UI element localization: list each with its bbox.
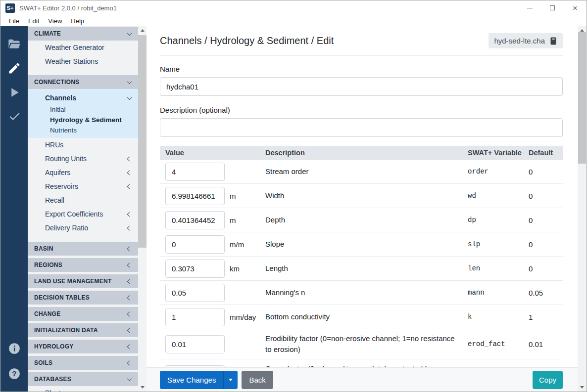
sidebar-section-decision-tables[interactable]: DECISION TABLES [28,291,138,305]
col-header-value: Value [160,149,265,157]
window-title: SWAT+ Editor 2.0.0 / robit_demo1 [19,4,117,12]
sidebar-item-plants[interactable]: Plants [28,386,138,392]
row-description: Width [265,187,468,204]
value-input-slp[interactable] [165,235,225,254]
value-input-mann[interactable] [165,284,225,302]
close-button[interactable]: × [564,0,587,15]
value-input-order[interactable] [165,163,225,181]
sidebar-section-regions[interactable]: REGIONS [28,258,138,272]
file-badge-label: hyd-sed-lte.cha [494,37,545,45]
sidebar-item-weather-generator[interactable]: Weather Generator [28,41,138,54]
sidebar-section-connections[interactable]: CONNECTIONS [28,75,138,89]
chevron-left-icon [127,262,132,267]
info-button[interactable] [0,338,28,359]
menu-file[interactable]: File [4,15,24,26]
scroll-down-arrow[interactable] [138,383,147,392]
row-variable: mann [468,289,529,297]
chevron-left-icon [127,279,132,284]
table-row: Stream order order 0 [160,160,563,184]
sidebar-item-reservoirs[interactable]: Reservoirs [28,179,138,193]
edit-inputs-button[interactable] [0,57,28,79]
open-project-button[interactable] [0,33,28,55]
sidebar-section-change[interactable]: CHANGE [28,307,138,321]
sidebar-item-hrus[interactable]: HRUs [28,138,138,152]
scroll-up-arrow[interactable] [138,26,147,35]
name-input[interactable] [160,77,563,96]
table-row: Manning's n mann 0.05 [160,281,563,305]
chevron-left-icon [127,360,132,365]
chevron-left-icon [127,344,132,349]
row-description: Bottom conductivity [265,308,468,325]
row-variable: wd [468,192,529,200]
unit-label: km [230,264,240,273]
value-input-dp[interactable] [165,211,225,229]
check-output-button[interactable] [0,106,28,128]
minimize-button[interactable] [518,0,541,15]
value-input-erod-fact[interactable] [165,335,225,353]
main-scrollbar[interactable] [578,26,587,392]
maximize-button[interactable] [541,0,564,15]
row-variable: k [468,313,529,321]
col-header-description: Description [265,149,468,157]
copy-button[interactable]: Copy [533,371,563,389]
app-logo: S+ [5,3,15,13]
caret-down-icon [229,379,233,381]
info-icon [8,342,21,355]
chevron-down-icon [127,79,132,84]
table-header-row: Value Description SWAT+ Variable Default [160,146,563,160]
save-dropdown-toggle[interactable] [223,371,238,389]
row-variable: order [468,168,529,175]
main-scrollbar-thumb[interactable] [578,32,586,164]
description-input[interactable] [160,118,563,137]
check-icon [7,110,21,124]
scroll-down-arrow[interactable] [578,383,586,392]
sidebar-section-land-use-management[interactable]: LAND USE MANAGEMENT [28,274,138,288]
sidebar-item-export-coefficients[interactable]: Export Coefficients [28,207,138,221]
sidebar-section-soils[interactable]: SOILS [28,356,138,370]
chevron-left-icon [127,212,132,217]
row-default: 0 [529,168,563,176]
close-icon: × [573,4,578,12]
window-controls: × [518,0,587,15]
sidebar-nav: CLIMATE Weather Generator Weather Statio… [28,26,138,392]
sidebar-section-hydrology[interactable]: HYDROLOGY [28,340,138,353]
chevron-left-icon [127,295,132,300]
sidebar-section-initialization-data[interactable]: INITIALIZATION DATA [28,323,138,337]
menu-edit[interactable]: Edit [24,15,44,26]
folder-open-icon [7,37,21,51]
table-row: mm/day Bottom conductivity k 1 [160,305,563,329]
back-button[interactable]: Back [242,371,273,389]
menu-help[interactable]: Help [66,15,89,26]
chevron-left-icon [127,170,132,175]
sidebar-subitem-initial[interactable]: Initial [28,104,138,115]
value-input-len[interactable] [165,260,225,278]
file-reference-badge: hyd-sed-lte.cha [489,33,563,48]
value-input-wd[interactable] [165,187,225,205]
sidebar-item-recall[interactable]: Recall [28,193,138,207]
sidebar-subitem-nutrients[interactable]: Nutrients [28,125,138,135]
menu-view[interactable]: View [44,15,66,26]
value-input-k[interactable] [165,308,225,326]
sidebar-section-databases[interactable]: DATABASES [28,372,138,386]
run-model-button[interactable] [0,82,28,103]
row-description: Erodibility factor (0=non-erosive channe… [265,330,468,358]
row-default: 0 [529,192,563,200]
sidebar-item-channels[interactable]: Channels [28,91,138,104]
col-header-variable: SWAT+ Variable [468,149,529,157]
unit-label: mm/day [230,313,256,321]
sidebar-section-climate[interactable]: CLIMATE [28,27,138,41]
chevron-left-icon [127,184,132,189]
sidebar-item-delivery-ratio[interactable]: Delivery Ratio [28,221,138,235]
sidebar-item-routing-units[interactable]: Routing Units [28,152,138,166]
help-button[interactable]: ? [0,363,28,385]
row-default: 0.01 [529,340,563,348]
row-default: 0 [529,216,563,224]
sidebar-subitem-hydrology-sediment[interactable]: Hydrology & Sediment [28,115,138,125]
sidebar-scrollbar[interactable] [138,26,147,392]
table-row: m Depth dp 0 [160,208,563,232]
sidebar-item-weather-stations[interactable]: Weather Stations [28,54,138,68]
sidebar-section-basin[interactable]: BASIN [28,242,138,256]
sidebar-item-aquifers[interactable]: Aquifers [28,166,138,179]
sidebar-scrollbar-thumb[interactable] [138,35,147,248]
save-changes-button[interactable]: Save Changes [160,371,223,389]
